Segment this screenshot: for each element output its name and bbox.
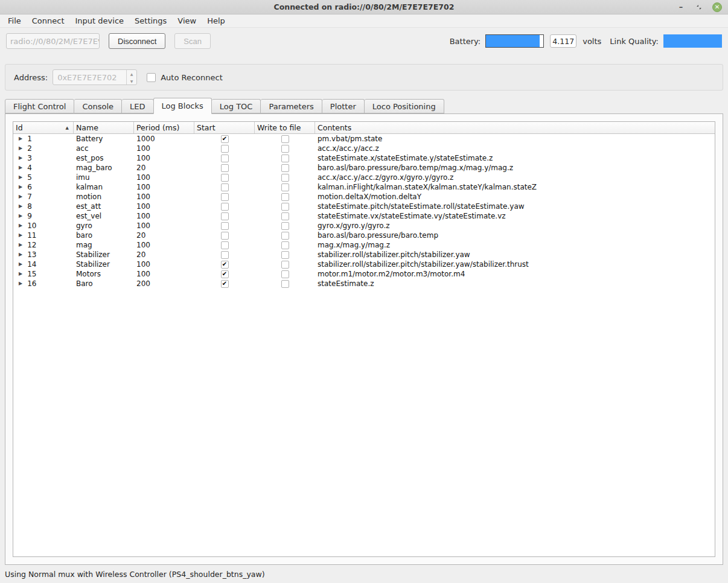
- expand-arrow-icon[interactable]: ▶: [19, 250, 22, 260]
- write-to-file-checkbox[interactable]: [281, 193, 289, 201]
- start-checkbox[interactable]: [221, 251, 229, 259]
- expand-arrow-icon[interactable]: ▶: [19, 269, 22, 279]
- table-row[interactable]: ▶8est_att100stateEstimate.pitch/stateEst…: [13, 202, 715, 211]
- start-checkbox[interactable]: [221, 222, 229, 230]
- expand-arrow-icon[interactable]: ▶: [19, 260, 22, 269]
- start-checkbox[interactable]: [221, 232, 229, 240]
- tab-loco-positioning[interactable]: Loco Positioning: [365, 99, 444, 113]
- write-to-file-checkbox[interactable]: [281, 164, 289, 172]
- expand-arrow-icon[interactable]: ▶: [19, 144, 22, 153]
- disconnect-button[interactable]: Disconnect: [109, 33, 165, 49]
- tab-flight-control[interactable]: Flight Control: [5, 99, 74, 113]
- table-row[interactable]: ▶16Baro200✔stateEstimate.z: [13, 279, 715, 288]
- start-checkbox[interactable]: ✔: [221, 270, 229, 278]
- table-row[interactable]: ▶11baro20baro.asl/baro.pressure/baro.tem…: [13, 231, 715, 240]
- cell-id: ▶16: [13, 279, 74, 288]
- table-row[interactable]: ▶4mag_baro20baro.asl/baro.pressure/baro.…: [13, 163, 715, 173]
- menu-item-help[interactable]: Help: [202, 14, 231, 27]
- row-id: 8: [27, 202, 32, 211]
- minimize-button[interactable]: –: [676, 2, 686, 12]
- expand-arrow-icon[interactable]: ▶: [19, 211, 22, 221]
- table-row[interactable]: ▶6kalman100kalman.inFlight/kalman.stateX…: [13, 182, 715, 192]
- start-checkbox[interactable]: [221, 183, 229, 191]
- expand-arrow-icon[interactable]: ▶: [19, 173, 22, 182]
- write-to-file-checkbox[interactable]: [281, 261, 289, 269]
- expand-arrow-icon[interactable]: ▶: [19, 240, 22, 250]
- column-header-start[interactable]: Start: [194, 122, 255, 133]
- expand-arrow-icon[interactable]: ▶: [19, 182, 22, 192]
- address-spinbox[interactable]: 0xE7E7E7E702 ▲ ▼: [53, 69, 137, 85]
- link-quality-progressbar: [663, 34, 722, 48]
- restore-button[interactable]: [694, 2, 704, 12]
- column-header-period-ms-[interactable]: Period (ms): [134, 122, 194, 133]
- start-checkbox[interactable]: ✔: [221, 280, 229, 288]
- spinner-buttons[interactable]: ▲ ▼: [126, 70, 136, 84]
- tab-parameters[interactable]: Parameters: [261, 99, 322, 113]
- start-checkbox[interactable]: [221, 193, 229, 201]
- table-row[interactable]: ▶13Stabilizer20stabilizer.roll/stabilize…: [13, 250, 715, 260]
- cell-start: [194, 202, 255, 211]
- write-to-file-checkbox[interactable]: [281, 212, 289, 220]
- table-row[interactable]: ▶5imu100acc.x/acc.y/acc.z/gyro.x/gyro.y/…: [13, 173, 715, 182]
- start-checkbox[interactable]: [221, 155, 229, 162]
- table-row[interactable]: ▶2acc100acc.x/acc.y/acc.z: [13, 144, 715, 153]
- menu-item-input-device[interactable]: Input device: [70, 14, 130, 27]
- table-row[interactable]: ▶12mag100mag.x/mag.y/mag.z: [13, 240, 715, 250]
- write-to-file-checkbox[interactable]: [281, 280, 289, 288]
- start-checkbox[interactable]: [221, 145, 229, 153]
- start-checkbox[interactable]: [221, 241, 229, 249]
- write-to-file-checkbox[interactable]: [281, 241, 289, 249]
- expand-arrow-icon[interactable]: ▶: [19, 279, 22, 288]
- write-to-file-checkbox[interactable]: [281, 270, 289, 278]
- menu-item-view[interactable]: View: [172, 14, 202, 27]
- write-to-file-checkbox[interactable]: [281, 145, 289, 153]
- table-row[interactable]: ▶3est_pos100stateEstimate.x/stateEstimat…: [13, 153, 715, 163]
- table-row[interactable]: ▶14Stabilizer100✔stabilizer.roll/stabili…: [13, 260, 715, 269]
- tab-console[interactable]: Console: [74, 99, 122, 113]
- start-checkbox[interactable]: [221, 203, 229, 211]
- table-row[interactable]: ▶15Motors100✔motor.m1/motor.m2/motor.m3/…: [13, 269, 715, 279]
- table-row[interactable]: ▶7motion100motion.deltaX/motion.deltaY: [13, 192, 715, 202]
- close-button[interactable]: ✕: [712, 2, 722, 12]
- column-header-write-to-file[interactable]: Write to file: [255, 122, 315, 133]
- expand-arrow-icon[interactable]: ▶: [19, 134, 22, 144]
- write-to-file-checkbox[interactable]: [281, 232, 289, 240]
- menu-item-connect[interactable]: Connect: [27, 14, 70, 27]
- column-header-id[interactable]: Id▲: [13, 122, 74, 133]
- column-header-contents[interactable]: Contents: [315, 122, 715, 133]
- tab-log-toc[interactable]: Log TOC: [212, 99, 261, 113]
- tab-log-blocks[interactable]: Log Blocks: [153, 98, 212, 114]
- write-to-file-checkbox[interactable]: [281, 155, 289, 162]
- tab-led[interactable]: LED: [122, 99, 153, 113]
- write-to-file-checkbox[interactable]: [281, 183, 289, 191]
- write-to-file-checkbox[interactable]: [281, 251, 289, 259]
- write-to-file-checkbox[interactable]: [281, 174, 289, 182]
- expand-arrow-icon[interactable]: ▶: [19, 202, 22, 211]
- expand-arrow-icon[interactable]: ▶: [19, 192, 22, 202]
- menu-item-file[interactable]: File: [2, 14, 27, 27]
- expand-arrow-icon[interactable]: ▶: [19, 153, 22, 163]
- write-to-file-checkbox[interactable]: [281, 222, 289, 230]
- table-row[interactable]: ▶1Battery1000✔pm.vbat/pm.state: [13, 134, 715, 144]
- interface-combobox[interactable]: radio://0/80/2M/E7E7E ▼: [6, 33, 100, 49]
- menu-bar: FileConnectInput deviceSettingsViewHelp: [0, 14, 728, 28]
- start-checkbox[interactable]: [221, 164, 229, 172]
- tab-plotter[interactable]: Plotter: [322, 99, 365, 113]
- start-checkbox[interactable]: [221, 174, 229, 182]
- start-checkbox[interactable]: ✔: [221, 261, 229, 269]
- expand-arrow-icon[interactable]: ▶: [19, 221, 22, 231]
- cell-id: ▶2: [13, 144, 74, 153]
- menu-item-settings[interactable]: Settings: [129, 14, 172, 27]
- cell-period: 100: [134, 192, 194, 202]
- auto-reconnect-checkbox[interactable]: [147, 73, 156, 82]
- expand-arrow-icon[interactable]: ▶: [19, 231, 22, 240]
- table-row[interactable]: ▶10gyro100gyro.x/gyro.y/gyro.z: [13, 221, 715, 231]
- scan-button[interactable]: Scan: [174, 33, 211, 49]
- write-to-file-checkbox[interactable]: [281, 135, 289, 143]
- write-to-file-checkbox[interactable]: [281, 203, 289, 211]
- start-checkbox[interactable]: ✔: [221, 135, 229, 143]
- table-row[interactable]: ▶9est_vel100stateEstimate.vx/stateEstima…: [13, 211, 715, 221]
- start-checkbox[interactable]: [221, 212, 229, 220]
- expand-arrow-icon[interactable]: ▶: [19, 163, 22, 173]
- column-header-name[interactable]: Name: [74, 122, 134, 133]
